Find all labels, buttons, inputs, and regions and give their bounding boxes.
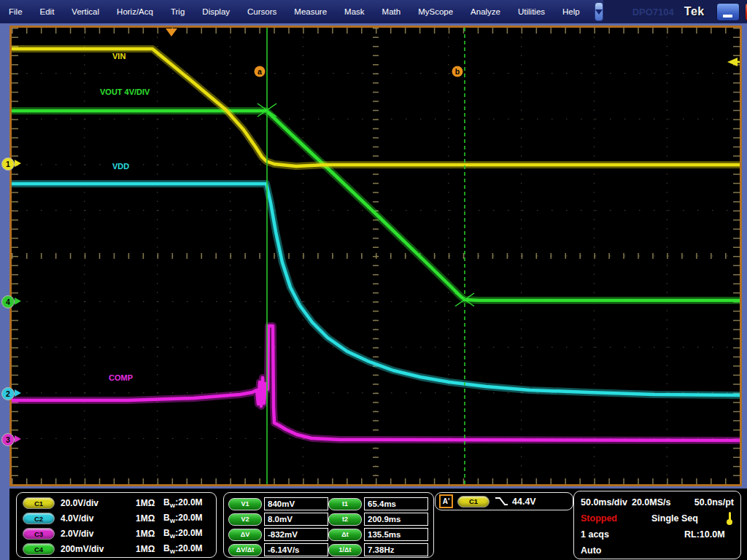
channel-scale: 4.0V/div	[61, 513, 93, 524]
falling-edge-icon	[493, 496, 509, 508]
channel-1-reference-arrow	[15, 160, 21, 167]
trace-vout	[12, 111, 740, 300]
menu-dropdown-button[interactable]	[595, 2, 603, 21]
channel-badge-c1[interactable]: C1	[23, 497, 55, 509]
trigger-badge: A'	[439, 494, 453, 508]
sample-resolution: 50.0ns/pt	[694, 497, 734, 508]
acq-count: 1 acqs	[581, 529, 609, 540]
channel-scale: 2.0V/div	[61, 529, 93, 539]
cursor-v1-row: V1 840mV	[228, 497, 328, 510]
cursor-invdt-value: 7.38Hz	[364, 543, 428, 556]
tek-logo: Tek	[684, 5, 705, 18]
trigger-source-badge[interactable]: C1	[457, 496, 489, 508]
channel-badge-c3[interactable]: C3	[23, 528, 55, 540]
channel-row-c3: C3 2.0V/div 1MΩ BW:20.0M	[23, 528, 93, 540]
cursor-v2-badge[interactable]: V2	[228, 513, 262, 526]
channel-3-reference-arrow	[15, 435, 21, 443]
trigger-mode: Auto	[581, 545, 601, 556]
minimize-icon	[723, 15, 732, 18]
cursor-invdt-row: 1/Δt 7.38Hz	[328, 543, 428, 556]
channel-impedance: 1MΩ	[136, 529, 155, 539]
sample-rate: 20.0MS/s	[632, 497, 671, 508]
channel-bandwidth: BW:20.0M	[163, 497, 203, 509]
cursor-v1-badge[interactable]: V1	[228, 498, 262, 510]
channel-1-reference-marker[interactable]: 1	[1, 158, 15, 171]
channel-2-reference-arrow	[15, 389, 21, 397]
oscilloscope-app: { "menu": { "items": ["File","Edit","Ver…	[0, 0, 747, 560]
cursor-dt-badge[interactable]: Δt	[328, 529, 362, 541]
cursor-v1-value: 840mV	[264, 497, 328, 510]
trigger-level: 44.4V	[512, 497, 536, 507]
timebase-scale: 50.0ms/div	[581, 497, 627, 508]
trace-label-vout: VOUT 4V/DIV	[100, 88, 150, 96]
minimize-button[interactable]	[716, 3, 740, 21]
channel-impedance: 1MΩ	[136, 544, 155, 554]
menu-bar: File Edit Vertical Horiz/Acq Trig Displa…	[0, 0, 747, 23]
channel-bandwidth: BW:20.0M	[163, 528, 203, 540]
menu-analyze[interactable]: Analyze	[462, 0, 509, 23]
channel-scale: 200mV/div	[61, 544, 104, 554]
channel-bandwidth: BW:20.0M	[163, 513, 203, 524]
channel-impedance: 1MΩ	[136, 498, 155, 508]
cursor-v2-value: 8.0mV	[264, 513, 328, 526]
menu-display[interactable]: Display	[193, 0, 239, 23]
cursor-readout-box: V1 840mV V2 8.0mV ΔV -832mV ΔV/Δt -6.14V…	[223, 492, 434, 558]
channel-row-c1: C1 20.0V/div 1MΩ BW:20.0M	[23, 497, 98, 509]
thermometer-icon	[727, 512, 732, 525]
status-bar: C1 20.0V/div 1MΩ BW:20.0M C2 4.0V/div 1M…	[9, 489, 747, 560]
cursor-dt-value: 135.5ms	[364, 528, 428, 541]
cursor-t2-value: 200.9ms	[364, 513, 428, 526]
cursor-dv-badge[interactable]: ΔV	[228, 529, 262, 541]
acq-count-row: 1 acqs RL:10.0M	[581, 529, 734, 540]
channel-badge-c2[interactable]: C2	[23, 513, 55, 524]
menu-horiz-acq[interactable]: Horiz/Acq	[108, 0, 162, 23]
channel-bandwidth: BW:20.0M	[163, 543, 203, 555]
channel-row-c2: C2 4.0V/div 1MΩ BW:20.0M	[23, 513, 93, 524]
channel-settings-box: C1 20.0V/div 1MΩ BW:20.0M C2 4.0V/div 1M…	[16, 492, 217, 558]
timebase-row: 50.0ms/div 20.0MS/s 50.0ns/pt	[581, 497, 734, 508]
cursor-dvdt-value: -6.14V/s	[264, 543, 328, 556]
waveform-display: ab VINVOUT 4V/DIVVDDCOMP	[9, 26, 742, 486]
chevron-down-icon	[595, 9, 603, 15]
menu-trig[interactable]: Trig	[162, 0, 193, 23]
cursor-dvdt-row: ΔV/Δt -6.14V/s	[228, 543, 328, 556]
record-length: RL:10.0M	[684, 529, 725, 540]
cursor-t1-badge[interactable]: t1	[328, 498, 362, 510]
trace-label-comp: COMP	[109, 373, 133, 382]
menu-myscope[interactable]: MyScope	[409, 0, 462, 23]
menu-mask[interactable]: Mask	[336, 0, 373, 23]
model-label: DPO7104	[632, 7, 674, 18]
acq-state: Stopped	[581, 513, 617, 524]
cursor-invdt-badge[interactable]: 1/Δt	[328, 544, 362, 556]
menu-utilities[interactable]: Utilities	[509, 0, 554, 23]
channel-4-reference-arrow	[15, 298, 21, 305]
channel-2-reference-marker[interactable]: 2	[1, 387, 15, 400]
menu-measure[interactable]: Measure	[285, 0, 336, 23]
cursor-t1-value: 65.4ms	[364, 497, 428, 510]
channel-4-reference-marker[interactable]: 4	[1, 295, 15, 308]
horizontal-acq-box: 50.0ms/div 20.0MS/s 50.0ns/pt Stopped Si…	[573, 491, 741, 559]
channel-3-reference-marker[interactable]: 3	[1, 433, 15, 446]
menu-help[interactable]: Help	[554, 0, 589, 23]
cursor-v2-row: V2 8.0mV	[228, 513, 328, 526]
trace-label-vin: VIN	[112, 52, 125, 61]
channel-impedance: 1MΩ	[136, 513, 155, 524]
menu-cursors[interactable]: Cursors	[239, 0, 285, 23]
menu-vertical[interactable]: Vertical	[63, 0, 108, 23]
trigger-level-arrow[interactable]	[727, 58, 738, 66]
menu-math[interactable]: Math	[374, 0, 410, 23]
cursor-dvdt-badge[interactable]: ΔV/Δt	[228, 544, 262, 556]
cursor-dv-row: ΔV -832mV	[228, 528, 328, 541]
channel-scale: 20.0V/div	[61, 498, 98, 508]
menu-file[interactable]: File	[0, 0, 31, 23]
cursor-b-label-text: b	[455, 67, 460, 76]
cursor-t2-badge[interactable]: t2	[328, 513, 362, 526]
cursor-t1-row: t1 65.4ms	[328, 497, 428, 510]
cursor-t2-row: t2 200.9ms	[328, 513, 428, 526]
trigger-position-marker[interactable]	[166, 28, 177, 36]
titlebar-right: DPO7104 Tek ✕	[603, 0, 747, 23]
menu-edit[interactable]: Edit	[31, 0, 63, 23]
channel-badge-c4[interactable]: C4	[23, 543, 55, 555]
trace-vout	[12, 111, 740, 300]
trig-mode-row: Auto	[581, 545, 734, 556]
